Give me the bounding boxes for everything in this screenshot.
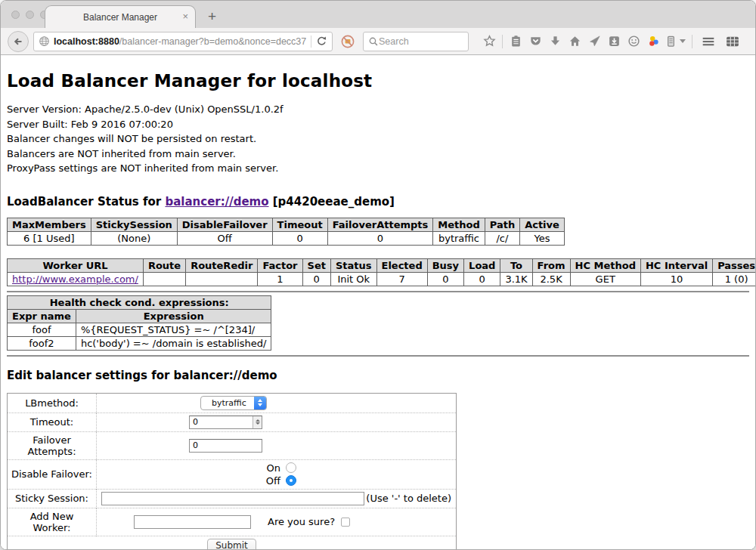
expr-name-cell: foof xyxy=(8,323,76,336)
new-tab-button[interactable]: + xyxy=(208,8,216,25)
balancer-header-row: MaxMembers StickySession DisableFailover… xyxy=(8,218,565,231)
table-cell: bytraffic xyxy=(433,231,485,245)
radio-off-label: Off xyxy=(262,475,280,487)
balancers-notice-line: Balancers are NOT inherited from main se… xyxy=(7,147,749,162)
home-icon[interactable] xyxy=(565,32,584,51)
radio-on[interactable] xyxy=(286,462,296,473)
table-cell: Yes xyxy=(520,231,565,245)
column-header: Expression xyxy=(76,309,271,323)
url-host: localhost:8880 xyxy=(54,36,119,47)
status-heading-prefix: LoadBalancer Status for xyxy=(7,195,165,209)
column-header: MaxMembers xyxy=(8,218,91,231)
balancer-demo-link[interactable]: balancer://demo xyxy=(165,195,268,209)
column-header: StickySession xyxy=(91,218,177,231)
radio-on-label: On xyxy=(262,462,280,474)
edit-balancer-form: LBmethod: bytraffic Timeout: xyxy=(7,393,457,550)
table-cell: 7 xyxy=(376,272,427,286)
table-cell: 0 xyxy=(327,231,433,245)
feedback-smiley-icon[interactable] xyxy=(624,32,643,51)
lbmethod-label: LBmethod: xyxy=(8,393,97,412)
timeout-input-wrap xyxy=(189,416,262,429)
toolbar-separator xyxy=(692,35,692,48)
toolbar-separator xyxy=(502,35,503,48)
content-blocker-icon[interactable] xyxy=(340,34,355,49)
table-cell: GET xyxy=(570,272,640,286)
table-cell: 1 xyxy=(258,272,302,286)
downloads-icon[interactable] xyxy=(545,32,565,51)
column-header: Expr name xyxy=(8,309,76,323)
menu-hamburger-icon[interactable] xyxy=(699,32,718,51)
disable-failover-label: Disable Failover: xyxy=(8,459,97,489)
pocket-icon[interactable] xyxy=(525,32,545,51)
search-bar[interactable] xyxy=(363,32,469,51)
tab-balancer-manager[interactable]: Balancer Manager × xyxy=(45,5,196,28)
table-cell: 3.1K xyxy=(500,272,532,286)
search-input[interactable] xyxy=(379,36,454,47)
site-identity-globe-icon[interactable] xyxy=(39,36,50,47)
table-cell: (None) xyxy=(91,231,177,245)
health-data-row: foof %{REQUEST_STATUS} =~ /^[234]/ xyxy=(8,323,271,336)
minimize-window-button[interactable] xyxy=(26,11,34,19)
column-header: RouteRedir xyxy=(186,258,258,272)
column-header: Passes xyxy=(713,258,756,272)
worker-header-row: Worker URL Route RouteRedir Factor Set S… xyxy=(8,258,756,272)
url-path: /balancer-manager?b=demo&nonce=decc37be-… xyxy=(119,36,306,47)
lbmethod-select[interactable]: bytraffic xyxy=(200,396,267,410)
submit-button[interactable]: Submit xyxy=(207,539,256,550)
navigation-toolbar: localhost:8880/balancer-manager?b=demo&n… xyxy=(1,28,755,55)
browser-window: Balancer Manager × + localhost:888 xyxy=(0,0,756,550)
column-header: Elected xyxy=(376,258,427,272)
loadbalancer-status-heading: LoadBalancer Status for balancer://demo … xyxy=(7,195,749,209)
reading-list-icon[interactable] xyxy=(506,32,525,51)
colored-dots-extension-icon[interactable] xyxy=(643,32,663,51)
table-cell: 6 [1 Used] xyxy=(8,231,91,245)
are-you-sure-checkbox[interactable] xyxy=(341,518,350,527)
table-cell: 10 xyxy=(640,272,712,286)
column-header: Load xyxy=(464,258,500,272)
health-title-row: Health check cond. expressions: xyxy=(8,295,271,309)
sticky-session-note: (Use '-' to delete) xyxy=(366,493,453,504)
sticky-session-label: Sticky Session: xyxy=(8,489,97,508)
section-divider xyxy=(7,355,749,357)
device-battery-icon[interactable] xyxy=(663,32,678,51)
column-header: DisableFailover xyxy=(177,218,272,231)
table-cell: 0 xyxy=(464,272,500,286)
bookmark-star-icon[interactable] xyxy=(479,32,499,51)
sticky-session-input[interactable] xyxy=(101,492,364,505)
tab-close-icon[interactable]: × xyxy=(182,11,188,23)
failover-attempts-input[interactable] xyxy=(189,439,262,453)
form-row-submit: Submit xyxy=(8,536,457,550)
search-icon xyxy=(368,36,379,47)
form-row-timeout: Timeout: xyxy=(8,412,457,431)
server-built-line: Server Built: Feb 9 2016 07:00:20 xyxy=(7,117,749,132)
health-check-table: Health check cond. expressions: Expr nam… xyxy=(7,295,271,351)
expression-cell: %{REQUEST_STATUS} =~ /^[234]/ xyxy=(76,323,271,336)
tab-strip: Balancer Manager × + xyxy=(1,1,755,28)
reload-button[interactable] xyxy=(316,36,327,47)
add-worker-label: Add New Worker: xyxy=(8,508,97,536)
timeout-input[interactable] xyxy=(189,416,262,429)
chevron-down-icon[interactable] xyxy=(680,39,686,43)
url-bar[interactable]: localhost:8880/balancer-manager?b=demo&n… xyxy=(33,32,333,51)
back-button[interactable] xyxy=(8,31,29,52)
url-text[interactable]: localhost:8880/balancer-manager?b=demo&n… xyxy=(54,36,306,47)
tab-title: Balancer Manager xyxy=(83,12,157,23)
server-info: Server Version: Apache/2.5.0-dev (Unix) … xyxy=(7,102,749,176)
close-window-button[interactable] xyxy=(11,11,20,19)
section-divider xyxy=(7,291,749,292)
tiles-grid-icon[interactable] xyxy=(723,32,742,51)
add-worker-input[interactable] xyxy=(134,515,251,529)
worker-url-link[interactable]: http://www.example.com/ xyxy=(12,273,138,285)
download-box-icon[interactable] xyxy=(604,32,624,51)
expression-cell: hc('body') =~ /domain is established/ xyxy=(76,336,271,350)
share-plane-icon[interactable] xyxy=(584,32,604,51)
expr-name-cell: foof2 xyxy=(8,336,76,350)
url-divider xyxy=(311,36,311,48)
table-cell: 1 (0) xyxy=(713,272,756,286)
number-spinner-icon[interactable] xyxy=(253,416,262,428)
table-cell xyxy=(186,272,258,286)
table-cell: 2.5K xyxy=(532,272,570,286)
radio-off-selected[interactable] xyxy=(286,475,296,486)
table-cell: /c/ xyxy=(485,231,519,245)
toolbar-buttons xyxy=(479,32,748,51)
